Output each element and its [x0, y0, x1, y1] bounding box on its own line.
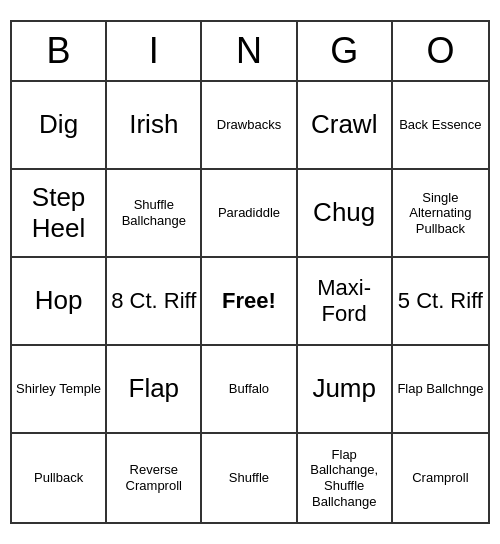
bingo-cell: Dig: [12, 82, 107, 170]
header-letter: I: [107, 22, 202, 80]
bingo-grid: DigIrishDrawbacksCrawlBack EssenceStep H…: [12, 82, 488, 522]
header-letter: O: [393, 22, 488, 80]
bingo-cell: Shirley Temple: [12, 346, 107, 434]
bingo-cell: Flap: [107, 346, 202, 434]
bingo-cell: Pullback: [12, 434, 107, 522]
bingo-cell: 8 Ct. Riff: [107, 258, 202, 346]
bingo-cell: Back Essence: [393, 82, 488, 170]
bingo-cell: Flap Ballchnge: [393, 346, 488, 434]
bingo-cell: Drawbacks: [202, 82, 297, 170]
bingo-cell: Flap Ballchange, Shuffle Ballchange: [298, 434, 393, 522]
bingo-cell: Shuffle: [202, 434, 297, 522]
bingo-cell: Crawl: [298, 82, 393, 170]
header-letter: N: [202, 22, 297, 80]
bingo-cell: Maxi-Ford: [298, 258, 393, 346]
bingo-card: BINGO DigIrishDrawbacksCrawlBack Essence…: [10, 20, 490, 524]
bingo-cell: Hop: [12, 258, 107, 346]
bingo-cell: Jump: [298, 346, 393, 434]
bingo-cell: 5 Ct. Riff: [393, 258, 488, 346]
bingo-cell: Shuffle Ballchange: [107, 170, 202, 258]
bingo-cell: Single Alternating Pullback: [393, 170, 488, 258]
bingo-cell: Free!: [202, 258, 297, 346]
bingo-cell: Irish: [107, 82, 202, 170]
bingo-cell: Paradiddle: [202, 170, 297, 258]
bingo-cell: Buffalo: [202, 346, 297, 434]
bingo-cell: Cramproll: [393, 434, 488, 522]
bingo-cell: Chug: [298, 170, 393, 258]
header-letter: G: [298, 22, 393, 80]
bingo-header: BINGO: [12, 22, 488, 82]
bingo-cell: Step Heel: [12, 170, 107, 258]
header-letter: B: [12, 22, 107, 80]
bingo-cell: Reverse Cramproll: [107, 434, 202, 522]
